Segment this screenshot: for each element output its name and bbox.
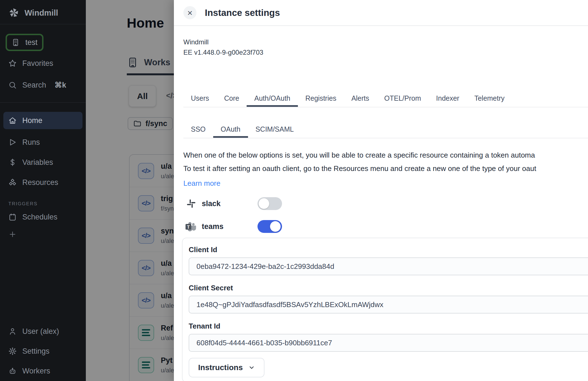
- sidebar-item-settings[interactable]: Settings: [3, 343, 82, 360]
- home-icon: [8, 116, 17, 125]
- tab-indexer[interactable]: Indexer: [429, 90, 467, 107]
- oauth-description-line2: To test it after setting an oauth client…: [183, 162, 588, 175]
- teams-integration-row: T teams: [183, 220, 588, 233]
- sidebar-add-button[interactable]: [3, 226, 82, 243]
- slack-label: slack: [202, 199, 244, 208]
- play-icon: [8, 138, 17, 146]
- teams-toggle[interactable]: [257, 220, 282, 233]
- slack-icon: [186, 199, 196, 209]
- search-shortcut: ⌘k: [55, 81, 66, 90]
- slack-toggle[interactable]: [257, 197, 282, 210]
- sidebar-item-variables[interactable]: Variables: [3, 154, 82, 171]
- settings-tabs: Users Core Auth/OAuth Registries Alerts …: [183, 90, 588, 107]
- building-icon: [11, 38, 20, 47]
- sidebar-item-workers[interactable]: Workers: [3, 362, 82, 380]
- teams-icon: T: [185, 221, 198, 232]
- instance-settings-drawer: × Instance settings Windmill EE v1.448.0…: [174, 0, 588, 381]
- oauth-description-line1: When one of the below options is set, yo…: [183, 148, 588, 162]
- app-version: EE v1.448.0-9-g00e23f703: [183, 49, 588, 56]
- triggers-heading: TRIGGERS: [8, 201, 86, 207]
- tab-users[interactable]: Users: [183, 90, 217, 107]
- plus-icon: [8, 230, 17, 238]
- gear-icon: [8, 347, 17, 355]
- brand-name: Windmill: [25, 8, 58, 18]
- auth-subtabs: SSO OAuth SCIM/SAML: [183, 121, 588, 138]
- sidebar-item-schedules[interactable]: Schedules: [3, 208, 82, 226]
- subtab-oauth[interactable]: OAuth: [213, 121, 248, 138]
- sidebar-item-label: Settings: [22, 347, 50, 356]
- sidebar-item-runs[interactable]: Runs: [3, 134, 82, 151]
- subtab-sso[interactable]: SSO: [183, 121, 213, 138]
- svg-text:T: T: [187, 225, 190, 230]
- sidebar-divider: [0, 102, 86, 103]
- sidebar-item-home[interactable]: Home: [3, 112, 82, 129]
- robot-icon: [8, 367, 17, 375]
- sidebar-item-label: Resources: [22, 178, 58, 187]
- toggle-knob: [270, 221, 281, 232]
- close-button[interactable]: ×: [183, 6, 196, 19]
- tab-otel-prom[interactable]: OTEL/Prom: [377, 90, 429, 107]
- close-icon: ×: [187, 8, 193, 17]
- cubes-icon: [8, 178, 17, 187]
- sidebar-item-label: Search: [22, 81, 46, 90]
- tab-alerts[interactable]: Alerts: [344, 90, 377, 107]
- teams-oauth-card: Client Id Client Secret Tenant Id Instru…: [182, 238, 588, 381]
- tenant-id-input[interactable]: [189, 334, 588, 352]
- tab-core[interactable]: Core: [217, 90, 247, 107]
- drawer-body: Windmill EE v1.448.0-9-g00e23f703 Users …: [174, 26, 588, 381]
- app-name: Windmill: [183, 38, 588, 46]
- search-icon: [8, 81, 17, 89]
- sidebar-item-resources[interactable]: Resources: [3, 174, 82, 191]
- learn-more-link[interactable]: Learn more: [183, 179, 220, 188]
- sidebar-item-user[interactable]: User (alex): [3, 323, 82, 340]
- sidebar-item-search[interactable]: Search ⌘k: [3, 77, 82, 93]
- toggle-knob: [259, 198, 269, 209]
- sidebar-item-label: Favorites: [22, 59, 53, 68]
- chevron-down-icon: [248, 364, 255, 371]
- client-secret-input[interactable]: [189, 296, 588, 314]
- sidebar-item-label: Runs: [22, 138, 40, 147]
- tab-auth-oauth[interactable]: Auth/OAuth: [247, 90, 298, 107]
- sidebar-bottom: User (alex) Settings Workers: [0, 323, 86, 380]
- dollar-icon: [8, 158, 17, 167]
- drawer-title: Instance settings: [205, 8, 280, 18]
- client-id-input[interactable]: [189, 257, 588, 275]
- sidebar-item-label: Workers: [22, 367, 50, 375]
- subtab-scim-saml[interactable]: SCIM/SAML: [248, 121, 302, 138]
- client-secret-label: Client Secret: [189, 284, 588, 292]
- sidebar-divider: [0, 24, 86, 24]
- star-icon: [8, 59, 17, 67]
- brand: Windmill: [0, 0, 86, 24]
- instructions-label: Instructions: [198, 363, 243, 372]
- sidebar-item-favorites[interactable]: Favorites: [3, 56, 82, 71]
- user-icon: [8, 327, 17, 336]
- windmill-logo-icon: [8, 7, 20, 18]
- client-id-label: Client Id: [189, 245, 588, 254]
- drawer-header: × Instance settings: [174, 0, 588, 26]
- sidebar-item-label: User (alex): [22, 327, 59, 336]
- tab-registries[interactable]: Registries: [298, 90, 344, 107]
- sidebar: Windmill test Favorites Search ⌘k Home: [0, 0, 86, 381]
- instructions-button[interactable]: Instructions: [189, 358, 264, 377]
- workspace-name: test: [25, 38, 38, 47]
- sidebar-item-label: Variables: [22, 158, 53, 167]
- sidebar-item-label: Home: [22, 116, 42, 125]
- teams-label: teams: [202, 222, 244, 231]
- slack-integration-row: slack: [183, 197, 588, 210]
- tenant-id-label: Tenant Id: [189, 322, 588, 331]
- calendar-icon: [8, 213, 17, 221]
- tab-telemetry[interactable]: Telemetry: [467, 90, 512, 107]
- sidebar-item-label: Schedules: [22, 213, 57, 221]
- workspace-selector[interactable]: test: [6, 34, 43, 51]
